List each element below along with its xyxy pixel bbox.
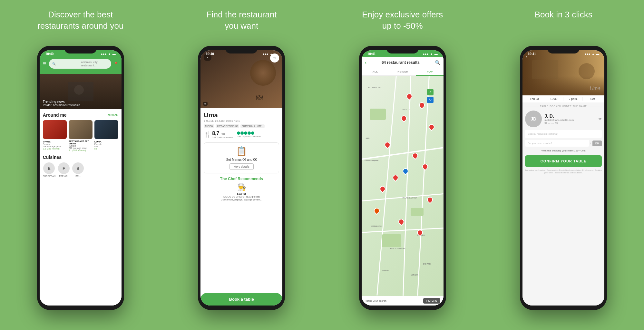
map-back-button[interactable]: ‹: [365, 60, 366, 65]
code-row: Do you have a code? i OK: [525, 140, 602, 147]
map-pin-7[interactable]: [421, 162, 429, 170]
map-label-madeleine: MADELEINE: [371, 225, 382, 227]
rest-rating-vivre: 9.2 (245 reviews): [43, 148, 67, 150]
code-ok-button[interactable]: OK: [592, 141, 602, 146]
edit-icon[interactable]: ✏: [599, 117, 602, 121]
phone1-notch: [64, 46, 97, 53]
signal-icon4: ●●●: [584, 52, 590, 56]
panel-discover: Discover the best restaurants around you…: [0, 0, 161, 330]
location-icon[interactable]: 📍: [114, 62, 118, 66]
phone-4: 10:41 ●●● ▲ ▬ ‹ Uma Thu 23 19:30 2: [520, 46, 607, 310]
phone1-content: Around me MORE VIVRE French 51€ average …: [40, 109, 122, 306]
tab-insider[interactable]: INSIDER: [389, 68, 416, 75]
cuisine-european[interactable]: E EUROPEAN: [43, 162, 55, 177]
phone3-time: 10:41: [367, 52, 376, 56]
gallery-icon[interactable]: ⊞: [203, 102, 208, 106]
cuisine-letter-e: E: [43, 162, 55, 174]
map-view[interactable]: MOULIN ROUGE PIGALLE ARR. Galeries Lafay…: [362, 76, 444, 296]
battery-icon3: ▬: [434, 52, 438, 56]
cuisine-french[interactable]: F FRENCH: [58, 162, 70, 177]
map-search-icon[interactable]: 🔍: [435, 60, 440, 65]
p4-back-button[interactable]: ‹: [526, 53, 527, 59]
chef-rec-title: The Chef Recommends: [204, 177, 279, 181]
rest-card-vivre[interactable]: VIVRE French 51€ average price 9.2 (245 …: [43, 120, 67, 151]
booking-date[interactable]: Thu 23: [525, 97, 544, 101]
fork-icon: 🍴: [204, 131, 211, 138]
restaurant-address: 7 Rue du 29 Juillet 75001 Paris: [204, 120, 279, 122]
more-details-btn[interactable]: More details: [229, 163, 254, 170]
map-label-tuileries: Tuileries: [382, 269, 389, 271]
user-info-row: JD J. D. mobile@lafourchette.com 06 •• •…: [525, 111, 602, 127]
signal-icon2: ●●●: [262, 52, 268, 56]
map-label-arr: ARR.: [366, 137, 370, 139]
ta-reviews: 290 TripAdvisor reviews: [237, 135, 261, 138]
tab-pop[interactable]: POP: [416, 68, 444, 76]
panel4-title: Book in 3 clicks: [535, 9, 592, 38]
map-pin-orange[interactable]: [373, 207, 381, 215]
starter-item: TACOS DE CREVETTE (3 pièces): [204, 195, 279, 198]
menu-icon[interactable]: ☰: [43, 62, 46, 66]
fine-print: Immediate confirmation · Free service · …: [525, 169, 602, 174]
phone1-hero: Trending now: Insider, nos meilleures ta…: [40, 74, 122, 109]
phone1-screen: 10:40 ●●● ▲ ▬ ☰ 🔍 Address, city, restaur…: [40, 50, 122, 306]
map-park2: [411, 208, 424, 216]
code-info-icon[interactable]: i: [590, 142, 591, 145]
thefork-reviews: 283 TheFork reviews: [212, 136, 233, 139]
phone3-notch: [386, 46, 419, 53]
map-pin-1[interactable]: [405, 92, 414, 100]
ta-c5: [251, 131, 254, 135]
map-pin-11[interactable]: [397, 218, 405, 226]
map-pin-2[interactable]: [418, 101, 426, 109]
confirm-table-button[interactable]: CONFIRM YOUR TABLE: [525, 155, 602, 167]
rest-card-luna[interactable]: LUNA French 86€ 8.8: [94, 120, 118, 151]
ratings-row: 🍴 8,7 /10 283 TheFork reviews: [204, 131, 279, 139]
map-bottom-bar: Refine your search FILTERS: [362, 296, 444, 306]
map-nav-icon[interactable]: ↗: [427, 89, 434, 95]
tag-chateaux: CHÂTEAUX & HÔTE...: [240, 124, 265, 128]
code-input[interactable]: Do you have a code?: [525, 140, 589, 147]
phone3-status-icons: ●●● ▲ ▬: [423, 52, 438, 56]
map-tabs: ALL INSIDER POP: [362, 68, 444, 76]
cuisine-br[interactable]: B BR...: [72, 162, 84, 177]
special-requests-field[interactable]: Special requests (optional): [525, 130, 602, 138]
map-pin-8[interactable]: [392, 174, 400, 182]
map-pin-blue[interactable]: [401, 167, 409, 175]
thefork-rating: 🍴 8,7 /10 283 TheFork reviews: [204, 131, 233, 139]
map-label-opéra: PALAIS GARNIER: [403, 197, 417, 199]
filter-button[interactable]: FILTERS: [423, 298, 440, 304]
map-pin-6[interactable]: [411, 151, 419, 160]
map-pin-4[interactable]: [427, 123, 435, 131]
map-pin-10[interactable]: [426, 196, 434, 204]
rest-rating-sec: 9.1 (186 reviews): [69, 149, 93, 151]
signal-icon3: ●●●: [423, 52, 429, 56]
search-bar[interactable]: 🔍 Address, city, restaurant...: [49, 59, 111, 69]
tag-price: AVERAGE PRICE €45: [216, 124, 239, 128]
chef-icon: 👨‍🍳: [204, 183, 279, 191]
signal-icon: ●●●: [101, 52, 107, 56]
booking-set[interactable]: Set: [583, 97, 602, 101]
search-placeholder: Address, city, restaurant...: [81, 61, 108, 67]
rest-card-sec[interactable]: RESTAURANT SEC 18EME Turkish 22€ average…: [69, 120, 93, 151]
map-refresh-icon[interactable]: ↻: [427, 97, 434, 103]
thefork-score: 8,7: [212, 131, 219, 136]
booking-guests[interactable]: 2 pers.: [564, 97, 583, 101]
book-table-button[interactable]: Book a table: [200, 293, 282, 306]
map-park3: [382, 234, 401, 247]
rest-price-luna: 86€: [94, 145, 118, 148]
battery-icon: ▬: [112, 52, 116, 56]
phone1-time: 10:40: [45, 52, 54, 56]
user-email: mobile@lafourchette.com: [544, 119, 596, 121]
rest-type-sec: Turkish: [69, 145, 93, 147]
map-label-moulinrouge: MOULIN ROUGE: [368, 87, 382, 89]
phone4-content: TABLE BOOKED UNDER THE NAME JD J. D. mob…: [522, 102, 604, 306]
phone4-notch: [547, 46, 580, 53]
more-button[interactable]: MORE: [108, 113, 118, 117]
cuisine-label-french: FRENCH: [59, 175, 68, 177]
phone-3: 10:41 ●●● ▲ ▬ ‹ 64 restaurant results 🔍 …: [359, 46, 446, 310]
panel-offers: Enjoy exclusive offers up to -50% 10:41 …: [322, 0, 483, 330]
phone4-status-icons: ●●● ▲ ▬: [584, 52, 599, 56]
tab-all[interactable]: ALL: [362, 68, 389, 75]
booking-time[interactable]: 19:30: [545, 97, 563, 101]
map-pin-3[interactable]: [400, 114, 408, 122]
yums-text: With this booking you'll earn 150 Yums: [525, 149, 602, 152]
